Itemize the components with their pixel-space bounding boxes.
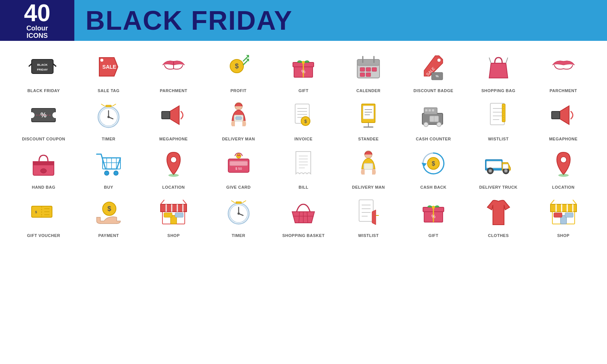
icon-cell-invoice: $ INVOICE	[273, 97, 334, 141]
svg-rect-66	[425, 109, 427, 111]
svg-point-154	[432, 206, 435, 209]
svg-line-131	[161, 200, 164, 204]
icon-cell-gift: % GIFT	[273, 48, 334, 93]
icons-grid: BLACK FRIDAY BLACK FRIDAY SALE SALE TAG	[0, 41, 607, 245]
svg-rect-23	[366, 68, 371, 71]
buy-icon	[90, 145, 127, 182]
svg-point-90	[168, 174, 179, 177]
delivery-man-icon	[220, 97, 257, 134]
timer-icon	[90, 97, 127, 134]
profit-label: PROFIT	[230, 88, 246, 93]
icon-cell-delivery-truck: DELIVERY TRUCK	[468, 145, 529, 189]
svg-rect-68	[432, 109, 434, 111]
svg-point-114	[558, 174, 569, 177]
svg-rect-162	[554, 213, 562, 217]
megaphone-label: MEGAPHONE	[159, 137, 188, 141]
payment-label: PAYMENT	[98, 233, 119, 238]
svg-line-31	[489, 58, 491, 63]
delivery-truck-label: DELIVERY TRUCK	[479, 185, 517, 189]
delivery-truck-icon	[480, 145, 517, 182]
svg-text:$ 50: $ 50	[235, 167, 242, 170]
svg-text:%: %	[301, 69, 306, 74]
svg-point-42	[107, 116, 110, 118]
location-icon	[155, 145, 192, 182]
svg-line-164	[551, 200, 554, 204]
icon-cell-location2: LOCATION	[533, 145, 594, 189]
svg-text:$: $	[304, 119, 307, 124]
wistlist-label: WISTLIST	[488, 137, 508, 141]
icon-cell-delivery-man2: DELIVERY MAN	[338, 145, 399, 189]
invoice-icon: $	[285, 97, 322, 134]
main-title: BLACK FRIDAY	[85, 5, 293, 36]
icon-cell-cash-back: $ CASH BACK	[403, 145, 464, 189]
cash-back-label: CASH BACK	[420, 185, 447, 189]
discount-coupon-label: DISCOUNT COUPON	[22, 137, 65, 141]
discount-badge-icon: SALE %	[415, 48, 452, 85]
svg-point-16	[302, 61, 305, 64]
svg-rect-129	[164, 213, 172, 217]
gift-voucher-label: GIFT VOUCHER	[27, 233, 60, 238]
icon-cell-megaphone: MEGAPHONE	[143, 97, 204, 141]
svg-rect-145	[359, 200, 373, 221]
svg-point-113	[561, 157, 566, 163]
hand-bag-icon	[25, 145, 62, 182]
delivery-man2-icon	[350, 145, 387, 182]
svg-rect-24	[372, 68, 377, 71]
shopping-bag-label: SHOPPING BAG	[481, 88, 516, 93]
svg-rect-0	[32, 59, 53, 74]
parchment-label: PARCHMENT	[160, 88, 187, 93]
icon-cell-shopping-bag: SHOPPING BAG	[468, 48, 529, 93]
cash-counter-icon	[415, 97, 452, 134]
svg-point-5	[100, 59, 103, 62]
icon-cell-location: LOCATION	[143, 145, 204, 189]
clothes-label: CLOTHES	[488, 233, 509, 238]
icon-cell-discount-badge: SALE % DISCOUNT BADGE	[403, 48, 464, 93]
svg-point-71	[437, 122, 441, 127]
wistlist2-icon	[350, 193, 387, 230]
gift-voucher-icon: $	[25, 193, 62, 230]
svg-rect-67	[429, 109, 431, 111]
icon-cell-timer: TIMER	[78, 97, 139, 141]
svg-rect-107	[487, 161, 501, 168]
parchment2-icon	[545, 48, 582, 85]
wistlist2-label: WISTLIST	[358, 233, 379, 238]
profit-icon: $	[220, 48, 257, 85]
svg-line-44	[101, 104, 105, 106]
svg-rect-101	[364, 163, 373, 169]
svg-point-72	[424, 122, 428, 127]
svg-line-140	[242, 201, 246, 203]
timer2-icon	[220, 193, 257, 230]
svg-line-45	[112, 104, 116, 106]
svg-rect-92	[230, 161, 248, 166]
header-left: 40 Colour ICONS	[0, 0, 74, 41]
svg-line-4	[53, 64, 56, 66]
svg-rect-138	[236, 202, 242, 204]
icon-cell-sale-tag: SALE SALE TAG	[78, 48, 139, 93]
cash-back-icon: $	[415, 145, 452, 182]
wistlist-icon	[480, 97, 517, 134]
delivery-man-label: DELIVERY MAN	[222, 137, 255, 141]
svg-rect-43	[106, 105, 112, 107]
black-friday-icon: BLACK FRIDAY	[25, 48, 62, 85]
icon-cell-gift2: % GIFT	[403, 193, 464, 238]
svg-marker-103	[422, 163, 427, 167]
svg-point-111	[504, 169, 507, 172]
location2-icon	[545, 145, 582, 182]
svg-text:$: $	[35, 210, 37, 214]
icon-cell-cash-counter: CASH COUNTER	[403, 97, 464, 141]
svg-rect-163	[565, 213, 573, 217]
icon-row-3: HAND BAG BUY	[11, 145, 596, 189]
svg-text:%: %	[432, 214, 436, 219]
svg-rect-25	[360, 73, 365, 77]
calender-label: CALENDER	[356, 88, 381, 93]
svg-rect-80	[552, 111, 560, 119]
icon-row-1: BLACK FRIDAY BLACK FRIDAY SALE SALE TAG	[11, 48, 596, 93]
svg-rect-19	[357, 59, 380, 65]
svg-point-87	[104, 171, 109, 175]
svg-rect-46	[162, 111, 170, 119]
location2-label: LOCATION	[552, 185, 575, 189]
icon-row-4: $ GIFT VOUCHER $ PAYMENT	[11, 193, 596, 238]
svg-text:%: %	[436, 74, 439, 78]
svg-text:BLACK: BLACK	[37, 63, 48, 66]
gift2-label: GIFT	[428, 233, 438, 238]
